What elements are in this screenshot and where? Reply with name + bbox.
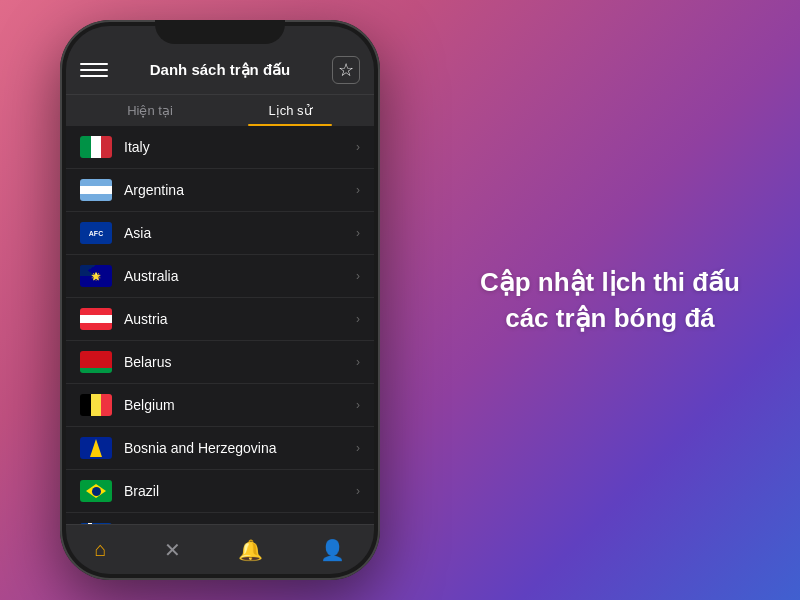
list-item[interactable]: AFC Asia › (66, 212, 374, 255)
country-name: Austria (124, 311, 356, 327)
flag-argentina (80, 179, 112, 201)
phone-notch (155, 20, 285, 44)
list-item[interactable]: 🌟 Australia › (66, 255, 374, 298)
flag-asia: AFC (80, 222, 112, 244)
menu-button[interactable] (80, 56, 108, 84)
list-item[interactable]: Belgium › (66, 384, 374, 427)
country-list: Italy › Argentina › AFC Asia › 🌟 Austral… (66, 126, 374, 524)
flag-australia: 🌟 (80, 265, 112, 287)
list-item[interactable]: Bosnia and Herzegovina › (66, 427, 374, 470)
list-item[interactable]: Belarus › (66, 341, 374, 384)
chevron-icon: › (356, 441, 360, 455)
close-icon[interactable]: ✕ (164, 538, 181, 562)
flag-brazil (80, 480, 112, 502)
chevron-icon: › (356, 484, 360, 498)
chevron-icon: › (356, 226, 360, 240)
phone-frame: Danh sách trận đấu ☆ Hiện tại Lịch sử It… (60, 20, 380, 580)
list-item[interactable]: Austria › (66, 298, 374, 341)
flag-belarus (80, 351, 112, 373)
country-name: Brazil (124, 483, 356, 499)
country-name: Asia (124, 225, 356, 241)
list-item[interactable]: Brazil › (66, 470, 374, 513)
person-icon[interactable]: 👤 (320, 538, 345, 562)
country-name: Australia (124, 268, 356, 284)
chevron-icon: › (356, 140, 360, 154)
list-item[interactable]: Iceland › (66, 513, 374, 524)
home-icon[interactable]: ⌂ (95, 538, 107, 561)
bell-icon[interactable]: 🔔 (238, 538, 263, 562)
chevron-icon: › (356, 398, 360, 412)
chevron-icon: › (356, 355, 360, 369)
chevron-icon: › (356, 183, 360, 197)
tabs-container: Hiện tại Lịch sử (66, 95, 374, 126)
star-button[interactable]: ☆ (332, 56, 360, 84)
country-name: Italy (124, 139, 356, 155)
list-item[interactable]: Italy › (66, 126, 374, 169)
list-item[interactable]: Argentina › (66, 169, 374, 212)
tab-lich-su[interactable]: Lịch sử (220, 95, 360, 126)
chevron-icon: › (356, 269, 360, 283)
bottom-nav: ⌂ ✕ 🔔 👤 (66, 524, 374, 574)
flag-belgium (80, 394, 112, 416)
app-title: Danh sách trận đấu (150, 61, 291, 79)
flag-bosnia (80, 437, 112, 459)
phone-screen: Danh sách trận đấu ☆ Hiện tại Lịch sử It… (66, 26, 374, 574)
promo-text: Cập nhật lịch thi đấu các trận bóng đá (480, 264, 740, 337)
tab-hien-tai[interactable]: Hiện tại (80, 95, 220, 126)
country-name: Belgium (124, 397, 356, 413)
flag-italy (80, 136, 112, 158)
flag-austria (80, 308, 112, 330)
chevron-icon: › (356, 312, 360, 326)
country-name: Bosnia and Herzegovina (124, 440, 356, 456)
country-name: Belarus (124, 354, 356, 370)
flag-iceland (80, 523, 112, 524)
country-name: Argentina (124, 182, 356, 198)
